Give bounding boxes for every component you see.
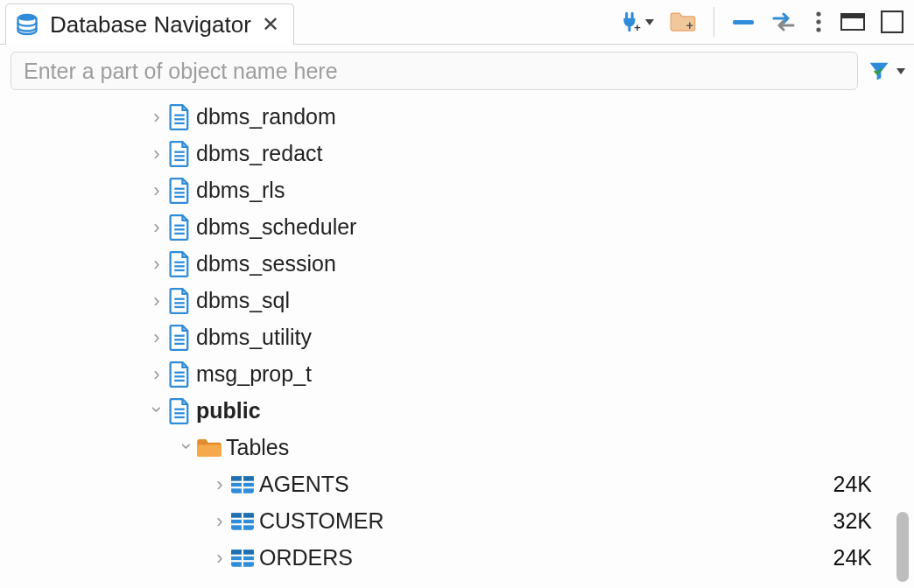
schema-icon: [166, 104, 193, 130]
svg-rect-36: [174, 416, 185, 418]
new-folder-button[interactable]: +: [670, 10, 696, 33]
svg-rect-17: [174, 192, 185, 193]
schema-node[interactable]: › dbms_redact: [0, 136, 914, 172]
more-icon[interactable]: [812, 10, 825, 34]
chevron-right-icon[interactable]: ›: [147, 288, 166, 314]
svg-point-4: [816, 11, 820, 16]
schema-node-public[interactable]: › public: [0, 393, 914, 430]
chevron-right-icon[interactable]: ›: [147, 251, 166, 277]
schema-label: public: [193, 396, 261, 426]
svg-rect-32: [174, 375, 185, 377]
panel-tabbar: Database Navigator ✕ + +: [0, 0, 914, 45]
schema-icon: [166, 325, 193, 351]
chevron-right-icon[interactable]: ›: [147, 214, 166, 241]
svg-rect-22: [174, 262, 185, 263]
schema-icon: [166, 178, 193, 204]
tables-folder[interactable]: › Tables: [0, 430, 914, 466]
navigator-tree[interactable]: › dbms_random › dbms_redact › dbms_rls ›…: [0, 95, 914, 587]
tab-database-navigator[interactable]: Database Navigator ✕: [5, 4, 294, 45]
close-icon[interactable]: ✕: [262, 12, 279, 37]
chevron-right-icon[interactable]: ›: [147, 325, 166, 351]
svg-rect-31: [174, 372, 185, 374]
schema-node[interactable]: › dbms_session: [0, 246, 914, 283]
svg-rect-12: [174, 122, 185, 124]
schema-icon: [166, 251, 193, 277]
chevron-right-icon[interactable]: ›: [147, 104, 166, 130]
frame-min-icon[interactable]: [840, 13, 865, 31]
svg-rect-28: [174, 335, 185, 337]
svg-rect-26: [174, 302, 185, 304]
scrollbar[interactable]: [896, 195, 912, 587]
table-node[interactable]: › AGENTS 24K: [0, 466, 914, 503]
schema-icon: [166, 141, 193, 167]
svg-rect-37: [197, 444, 221, 457]
schema-label: dbms_utility: [193, 323, 312, 353]
svg-rect-11: [174, 118, 185, 120]
table-node[interactable]: › CUSTOMER 32K: [0, 503, 914, 540]
chevron-right-icon[interactable]: ›: [210, 545, 229, 571]
svg-rect-20: [174, 228, 185, 230]
schema-label: dbms_rls: [193, 176, 285, 206]
table-size: 24K: [833, 470, 872, 500]
tab-title: Database Navigator: [50, 11, 251, 38]
schema-node[interactable]: › dbms_random: [0, 99, 914, 136]
svg-rect-24: [174, 270, 185, 271]
schema-node[interactable]: › dbms_scheduler: [0, 209, 914, 246]
chevron-down-icon[interactable]: ›: [173, 437, 200, 456]
schema-label: dbms_redact: [193, 139, 323, 169]
table-icon: [229, 512, 256, 531]
search-input[interactable]: [11, 52, 858, 90]
panel-toolbar: + +: [619, 7, 903, 37]
table-node[interactable]: › ORDERS 24K: [0, 540, 914, 577]
table-icon: [229, 549, 256, 568]
scrollbar-thumb[interactable]: [896, 512, 909, 582]
schema-label: dbms_scheduler: [193, 213, 356, 242]
table-label: ORDERS: [256, 543, 353, 573]
table-label: AGENTS: [256, 470, 349, 500]
frame-max-icon[interactable]: [881, 10, 903, 33]
schema-node[interactable]: › dbms_rls: [0, 172, 914, 209]
svg-rect-19: [174, 225, 185, 227]
chevron-down-icon: [645, 19, 654, 25]
chevron-down-icon[interactable]: ›: [144, 400, 170, 419]
schema-node[interactable]: › msg_prop_t: [0, 356, 914, 393]
swap-icon[interactable]: [770, 12, 797, 32]
svg-rect-15: [174, 159, 185, 161]
schema-node[interactable]: › dbms_sql: [0, 283, 914, 319]
database-icon: [15, 12, 39, 37]
chevron-right-icon[interactable]: ›: [210, 472, 229, 498]
table-icon: [229, 475, 256, 494]
search-row: [0, 45, 914, 95]
svg-text:+: +: [686, 19, 693, 32]
schema-label: dbms_random: [193, 102, 336, 132]
filter-button[interactable]: [867, 59, 905, 83]
svg-rect-34: [174, 409, 185, 410]
schema-label: dbms_session: [193, 249, 336, 279]
svg-rect-10: [174, 115, 185, 116]
chevron-right-icon[interactable]: ›: [210, 508, 229, 535]
svg-rect-25: [174, 298, 185, 300]
schema-icon: [166, 361, 193, 388]
folder-label: Tables: [222, 433, 289, 463]
svg-rect-21: [174, 233, 185, 234]
svg-rect-27: [174, 306, 185, 308]
folder-icon: [196, 438, 222, 458]
svg-point-5: [816, 19, 820, 24]
schema-icon: [166, 214, 193, 241]
schema-node[interactable]: › dbms_utility: [0, 319, 914, 356]
chevron-right-icon[interactable]: ›: [147, 178, 166, 204]
schema-icon: [166, 288, 193, 314]
chevron-right-icon[interactable]: ›: [147, 141, 166, 167]
table-size: 32K: [833, 507, 872, 536]
svg-rect-18: [174, 196, 185, 198]
svg-rect-8: [841, 14, 864, 18]
chevron-right-icon[interactable]: ›: [147, 361, 166, 388]
new-connection-button[interactable]: +: [619, 10, 654, 33]
filter-icon: [867, 59, 891, 83]
chevron-down-icon: [896, 68, 905, 74]
schema-label: msg_prop_t: [193, 360, 312, 389]
svg-rect-33: [174, 380, 185, 382]
table-size: 24K: [833, 543, 872, 573]
svg-rect-23: [174, 265, 185, 267]
minimize-icon[interactable]: [732, 16, 755, 28]
